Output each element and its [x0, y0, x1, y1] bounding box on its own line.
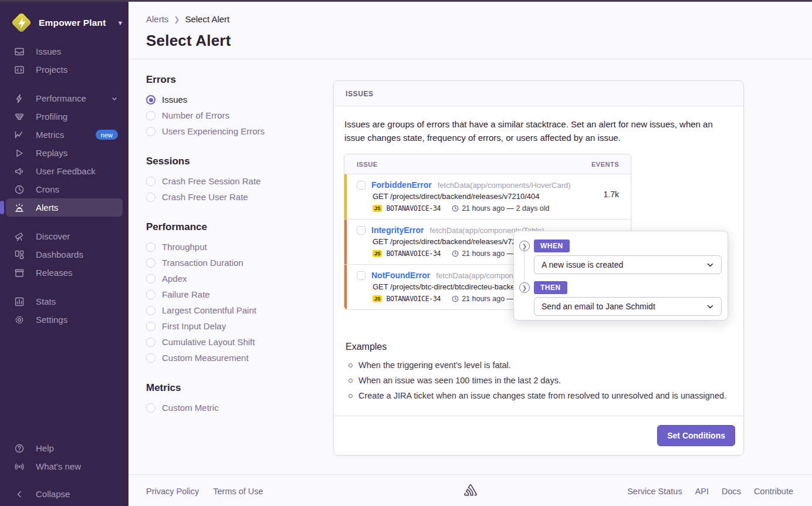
panel-header: ISSUES [334, 81, 743, 106]
radio-icon[interactable] [146, 306, 155, 315]
contribute-link[interactable]: Contribute [754, 487, 793, 496]
performance-icon [14, 93, 25, 104]
column-events: EVENTS [591, 161, 619, 168]
sidebar-item-help[interactable]: Help [0, 439, 128, 457]
radio-icon[interactable] [146, 95, 155, 104]
issue-title-link[interactable]: NotFoundError [371, 271, 430, 280]
collapse-button[interactable]: Collapse [0, 485, 128, 503]
sidebar-item-stats[interactable]: Stats [0, 292, 128, 311]
megaphone-icon [14, 166, 25, 177]
issue-title-link[interactable]: IntegrityError [371, 225, 424, 235]
active-indicator [0, 201, 4, 214]
radio-crash-free-user-rate[interactable]: Crash Free User Rate [146, 189, 322, 205]
dashboards-icon [14, 249, 25, 260]
radio-icon[interactable] [146, 258, 155, 268]
privacy-policy-link[interactable]: Privacy Policy [146, 487, 199, 496]
radio-largest-contentful-paint[interactable]: Largest Contentful Paint [146, 302, 322, 318]
radio-cumulative-layout-shift[interactable]: Cumulative Layout Shift [146, 334, 322, 350]
sidebar: Empower Plant ▼ Issues Performance Proje… [0, 0, 128, 506]
row-checkbox[interactable] [357, 181, 366, 190]
service-status-link[interactable]: Service Status [627, 487, 682, 496]
alert-type-list: Errors Issues Number of Errors Users Exp… [146, 74, 322, 432]
radio-icon[interactable] [146, 242, 155, 252]
issue-age: 21 hours ago — 2 days old [462, 204, 549, 212]
radio-number-of-errors[interactable]: Number of Errors [146, 107, 322, 123]
table-row[interactable]: ForbiddenError fetchData(app/components/… [344, 174, 631, 220]
node-circle-icon: ❯ [519, 282, 530, 293]
sidebar-item-issues[interactable]: Issues [0, 42, 128, 60]
when-badge: WHEN [534, 239, 570, 252]
level-indicator [344, 174, 347, 219]
breadcrumb: Alerts ❯ Select Alert [146, 14, 229, 24]
sidebar-item-performance[interactable]: Performance [0, 89, 128, 107]
sidebar-item-whats-new[interactable]: What's new [0, 457, 128, 475]
terms-of-use-link[interactable]: Terms of Use [213, 487, 263, 496]
gear-icon [14, 315, 25, 325]
radio-icon[interactable] [146, 127, 155, 136]
project-slug: BOTANAVOICE-34 [386, 295, 441, 303]
sidebar-item-user-feedback[interactable]: User Feedback [0, 162, 128, 180]
set-conditions-button[interactable]: Set Conditions [657, 425, 735, 446]
issue-title-link[interactable]: ForbiddenError [371, 180, 432, 190]
chevron-down-icon [111, 95, 118, 102]
radio-icon[interactable] [146, 403, 155, 413]
radio-crash-free-session-rate[interactable]: Crash Free Session Rate [146, 173, 322, 189]
radio-throughput[interactable]: Throughput [146, 239, 322, 255]
sidebar-item-profiling[interactable]: Profiling [0, 107, 128, 126]
example-item: Create a JIRA ticket when an issue chang… [346, 391, 732, 400]
projects-icon [14, 65, 25, 75]
radio-icon[interactable] [146, 111, 155, 120]
sidebar-item-releases[interactable]: Releases [0, 264, 128, 282]
radio-first-input-delay[interactable]: First Input Delay [146, 318, 322, 334]
radio-icon[interactable] [146, 353, 155, 363]
sidebar-item-projects[interactable]: Performance Projects [0, 60, 128, 79]
breadcrumb-alerts[interactable]: Alerts [146, 14, 168, 24]
group-title-sessions: Sessions [146, 156, 322, 167]
sidebar-item-dashboards[interactable]: Dashboards [0, 245, 128, 264]
radio-issues[interactable]: Issues [146, 92, 322, 107]
radio-icon[interactable] [146, 274, 155, 284]
sidebar-item-metrics[interactable]: Metrics new [0, 126, 128, 144]
when-select[interactable]: A new issue is created [534, 255, 722, 274]
help-icon [14, 443, 25, 454]
radio-icon[interactable] [146, 290, 155, 299]
api-link[interactable]: API [695, 487, 709, 496]
level-indicator [344, 220, 347, 264]
docs-link[interactable]: Docs [722, 487, 741, 496]
radio-custom-metric[interactable]: Custom Metric [146, 400, 322, 416]
window-top-strip [0, 0, 812, 2]
row-checkbox[interactable] [357, 271, 366, 280]
main-content: Alerts ❯ Select Alert Select Alert Error… [128, 0, 812, 506]
radio-transaction-duration[interactable]: Transaction Duration [146, 255, 322, 271]
then-select[interactable]: Send an email to Jane Schmidt [534, 297, 722, 316]
radio-icon[interactable] [146, 177, 155, 186]
radio-apdex[interactable]: Apdex [146, 271, 322, 286]
new-badge: new [96, 130, 118, 140]
org-switcher[interactable]: Empower Plant ▼ [0, 0, 128, 33]
radio-icon[interactable] [146, 338, 155, 347]
page-footer: Privacy Policy Terms of Use Service Stat… [128, 474, 812, 506]
chevron-left-icon [14, 489, 25, 500]
sidebar-item-replays[interactable]: Replays [0, 144, 128, 162]
radio-users-experiencing-errors[interactable]: Users Experiencing Errors [146, 123, 322, 139]
row-checkbox[interactable] [357, 226, 366, 235]
radio-icon[interactable] [146, 322, 155, 331]
archive-box-icon [14, 268, 25, 278]
chevron-down-icon: ▼ [117, 19, 124, 26]
radio-custom-measurement[interactable]: Custom Measurement [146, 350, 322, 366]
table-header: ISSUE EVENTS [344, 154, 631, 174]
radio-icon[interactable] [146, 193, 155, 202]
js-platform-badge: JS [373, 205, 382, 212]
radio-failure-rate[interactable]: Failure Rate [146, 286, 322, 302]
issues-icon [14, 46, 25, 57]
sidebar-item-discover[interactable]: Discover [0, 227, 128, 245]
sidebar-item-settings[interactable]: Settings [0, 311, 128, 329]
sidebar-item-crons[interactable]: Crons [0, 180, 128, 198]
js-platform-badge: JS [373, 295, 382, 303]
breadcrumb-current: Select Alert [185, 14, 229, 24]
sentry-org-logo-icon [12, 13, 32, 33]
sidebar-item-alerts[interactable]: Alerts [6, 198, 123, 217]
siren-icon [14, 203, 25, 213]
sidebar-nav: Issues Performance Projects Performance … [0, 42, 128, 339]
clock-icon [452, 205, 459, 212]
